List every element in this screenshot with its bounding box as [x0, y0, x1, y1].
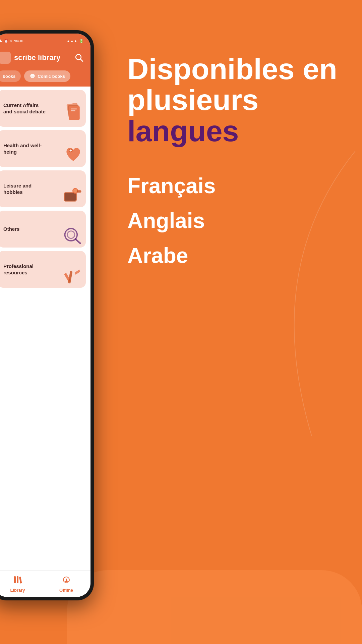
tabs-row: books Comic books [0, 68, 90, 87]
logo-icon [0, 52, 11, 64]
svg-rect-4 [69, 106, 80, 120]
health-icon [64, 146, 82, 165]
battery-icon: 🔋 [79, 39, 84, 43]
status-right: ▲▲▲ 🔋 [66, 39, 84, 43]
category-health[interactable]: Health and well-being [0, 130, 86, 167]
category-leisure-label: Leisure and hobbies [3, 182, 47, 196]
svg-rect-20 [14, 576, 16, 583]
right-panel: Disponibles en plusieurs langues Françai… [127, 54, 355, 268]
app-content: Current Affairs and social debate Health… [0, 87, 90, 570]
language-anglais: Anglais [127, 208, 355, 233]
nav-library-label: Library [10, 588, 25, 593]
phone-mockup: N ⏰ ✳ VoLTE ▲▲▲ 🔋 scribe library [0, 30, 101, 617]
svg-point-13 [73, 189, 77, 193]
nav-offline[interactable]: Offline [42, 571, 90, 597]
tab-books[interactable]: books [0, 70, 21, 82]
professional-icon [62, 268, 82, 286]
bottom-nav: Library Offline [0, 570, 90, 597]
category-leisure[interactable]: Leisure and hobbies [0, 170, 86, 207]
tab-comic-books[interactable]: Comic books [24, 70, 70, 82]
svg-rect-19 [68, 271, 72, 283]
tab-comic-label: Comic books [38, 74, 65, 79]
category-others[interactable]: Others [0, 211, 86, 248]
tab-books-label: books [3, 74, 15, 79]
app-header: scribe library [0, 48, 90, 68]
category-professional[interactable]: Professional resources [0, 251, 86, 288]
category-current-affairs-label: Current Affairs and social debate [3, 102, 47, 115]
category-health-label: Health and well-being [3, 142, 47, 155]
others-icon [62, 226, 82, 246]
svg-rect-22 [19, 577, 22, 584]
category-professional-label: Professional resources [3, 263, 47, 276]
svg-rect-14 [77, 190, 81, 193]
status-left: N ⏰ ✳ VoLTE [0, 39, 23, 43]
headline-line2: plusieurs [127, 83, 258, 116]
phone-body: N ⏰ ✳ VoLTE ▲▲▲ 🔋 scribe library [0, 30, 94, 600]
bluetooth-icon: ✳ [10, 39, 12, 43]
languages-list: Français Anglais Arabe [127, 173, 355, 268]
status-bar: N ⏰ ✳ VoLTE ▲▲▲ 🔋 [0, 34, 90, 48]
leisure-icon [62, 187, 82, 206]
category-others-label: Others [3, 226, 19, 232]
bottom-blob [67, 570, 362, 644]
svg-rect-6 [71, 110, 75, 111]
nav-library[interactable]: Library [0, 571, 42, 597]
nfc-icon: N [0, 39, 2, 43]
nav-offline-label: Offline [59, 588, 73, 593]
category-current-affairs[interactable]: Current Affairs and social debate [0, 90, 86, 127]
app-title: scribe library [14, 53, 60, 62]
svg-rect-11 [65, 193, 76, 201]
svg-line-17 [75, 239, 80, 244]
language-francais: Français [127, 173, 355, 198]
headline: Disponibles en plusieurs langues [127, 54, 355, 147]
phone-screen: N ⏰ ✳ VoLTE ▲▲▲ 🔋 scribe library [0, 34, 90, 597]
alarm-icon: ⏰ [4, 39, 8, 43]
current-affairs-icon [64, 103, 82, 125]
svg-rect-21 [17, 576, 18, 583]
language-arabe: Arabe [127, 243, 355, 268]
svg-line-1 [80, 59, 83, 61]
library-nav-icon [13, 575, 22, 586]
header-left: scribe library [0, 52, 60, 64]
headline-accent: langues [127, 114, 239, 148]
offline-nav-icon [62, 575, 71, 586]
headline-line1: Disponibles en [127, 52, 337, 86]
signal-icon: ▲▲▲ [66, 39, 77, 43]
svg-point-16 [67, 231, 75, 238]
svg-rect-5 [71, 109, 77, 110]
volte-icon: VoLTE [14, 39, 23, 43]
search-button[interactable] [73, 52, 85, 64]
